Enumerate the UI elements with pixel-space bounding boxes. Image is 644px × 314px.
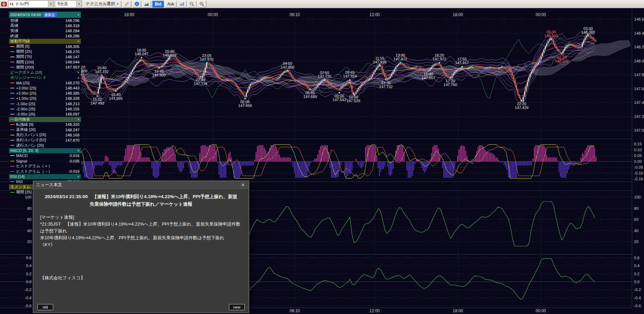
pair-select[interactable]: ドル/円 ▼	[8, 0, 54, 8]
app-logo-icon	[1, 1, 7, 7]
section-label: 移動平均線	[10, 39, 30, 44]
panel-row-label: Signal	[16, 159, 27, 163]
peak-marker	[379, 65, 380, 67]
peak-marker	[450, 77, 451, 78]
ask-button[interactable]: Ask	[165, 1, 177, 8]
close-indicator-button[interactable]: ×	[76, 70, 80, 74]
close-icon[interactable]: ✕	[240, 182, 246, 188]
peak-marker	[385, 79, 387, 80]
panel-row-label: 終値	[10, 34, 18, 39]
panel-row-value: 148.320	[65, 122, 80, 126]
panel-row-label: +3.00σ [25]	[16, 86, 36, 90]
peak-marker	[324, 80, 325, 81]
panel-row-value: 147.870	[65, 138, 80, 142]
panel-row-value: 148.270	[65, 50, 80, 54]
indicator-color-swatch	[10, 57, 14, 57]
panel-section-header: RSI [14]×	[9, 174, 81, 179]
panel-row-value: 148.169	[65, 133, 80, 137]
timeframe-select[interactable]: 5分足 ▼	[55, 0, 82, 8]
y-axis-label: -0.6	[634, 304, 641, 308]
close-indicator-button[interactable]: ×	[76, 39, 80, 43]
close-indicator-button[interactable]: ×	[76, 174, 80, 179]
y-axis-label: 40	[634, 229, 639, 233]
y-axis-label: 0.00	[634, 159, 642, 164]
indicator-color-swatch	[10, 104, 14, 104]
pencil-icon	[125, 2, 129, 6]
technical-select-label: テクニカル選択	[86, 1, 115, 7]
panel-row: ヒストグラム（－）-0.019	[9, 169, 81, 174]
panel-row-value: 0.016	[70, 154, 80, 158]
panel-row: 先行スパン2 [52]147.870	[9, 137, 81, 143]
y-axis-label: -0.4	[25, 296, 32, 300]
peak-marker	[339, 92, 340, 93]
panel-row: MACD0.016	[9, 153, 81, 158]
panel-row-value: 148.305	[65, 45, 80, 49]
pair-select-value: ドル/円	[14, 1, 30, 7]
indicator-color-swatch	[10, 67, 14, 68]
y-axis-label: 147.00	[634, 128, 644, 132]
y-axis-label: 100	[634, 195, 641, 199]
news-source: 【株式会社フィスコ】	[40, 275, 242, 281]
chart-style-button[interactable]	[178, 1, 186, 8]
y-axis-label: 148.20	[634, 45, 644, 49]
y-axis-label: 0.2	[634, 272, 640, 276]
panel-row-label: 遅行スパン [26]	[16, 143, 44, 148]
indicator-color-swatch	[10, 166, 14, 167]
old-news-button[interactable]: old	[37, 304, 53, 310]
panel-row-label: 期間 [200]	[16, 65, 34, 70]
annotation-price: 147.917	[455, 61, 469, 65]
x-axis-label: 12:00	[369, 12, 380, 17]
annotation-price: 147.529	[347, 99, 360, 103]
panel-row-label: 期間 [25]	[16, 49, 32, 54]
new-news-button[interactable]: new	[229, 304, 245, 310]
technical-select-button[interactable]: テクニカル選択 ▼	[83, 1, 121, 8]
panel-row: MA [25]148.270	[9, 80, 81, 85]
zoom-out-button[interactable]	[187, 1, 196, 8]
panel-row-value: 148.213	[65, 102, 80, 106]
panel-row: +1.00σ [25]148.328	[9, 96, 81, 101]
chevron-down-icon: ▼	[48, 1, 53, 7]
annotation-price: 147.856	[281, 65, 294, 69]
y-axis-label: 147.60	[634, 87, 644, 91]
close-indicator-button[interactable]: ×	[76, 76, 80, 80]
panel-row: 転換線 [9]148.320	[9, 122, 81, 127]
info-button[interactable]: i	[132, 1, 141, 8]
panel-date: 2024/03/15 04:00	[10, 13, 41, 17]
y-axis-label: 60	[634, 217, 639, 221]
x-axis-label: 06:10	[290, 12, 300, 17]
panel-row-label: -3.00σ [25]	[16, 112, 35, 116]
panel-row-value: 148.286	[65, 34, 80, 38]
peak-marker	[439, 62, 440, 63]
panel-row: 高値148.318	[9, 23, 81, 28]
close-indicator-button[interactable]: ×	[76, 117, 80, 121]
peak-marker	[561, 53, 562, 55]
indicator-color-swatch	[10, 93, 14, 94]
indicator-panel: 2024/03/15 04:00最新足×始値148.296高値148.318安値…	[9, 12, 81, 195]
y-axis-label: 80	[27, 206, 32, 210]
bid-button[interactable]: Bid	[152, 1, 164, 8]
panel-header: 2024/03/15 04:00最新足×	[9, 12, 81, 18]
annotation-price: 147.458	[238, 104, 252, 108]
close-indicator-button[interactable]: ×	[76, 148, 80, 153]
panel-row-label: +1.00σ [25]	[16, 96, 36, 100]
panel-row-label: ヒストグラム（－）	[16, 169, 52, 174]
indicator-color-swatch	[10, 161, 14, 161]
panel-row-value: 148.097	[65, 112, 80, 116]
dialog-title-bar[interactable]: ニュース本文 ✕	[33, 181, 249, 189]
panel-row-label: 期間 [5]	[16, 44, 29, 49]
chart-type-button[interactable]	[142, 1, 151, 8]
y-axis-label: 148.00	[634, 59, 644, 63]
annotation-price: 147.732	[379, 85, 393, 89]
draw-tool-button[interactable]	[122, 1, 131, 8]
indicator-color-swatch	[10, 135, 14, 135]
zoom-in-button[interactable]	[197, 1, 206, 8]
indicator-color-swatch	[10, 140, 14, 141]
area-chart-icon	[144, 2, 149, 6]
annotation-price: 147.900	[152, 73, 166, 77]
close-panel-button[interactable]: ×	[76, 13, 80, 17]
panel-row-label: +2.00σ [25]	[16, 91, 36, 95]
y-axis-label: 0.2	[26, 272, 32, 276]
panel-row-value: 148.044	[65, 60, 80, 64]
panel-row-value: 0.035	[70, 159, 80, 163]
y-axis-label: -0.10	[634, 171, 643, 175]
